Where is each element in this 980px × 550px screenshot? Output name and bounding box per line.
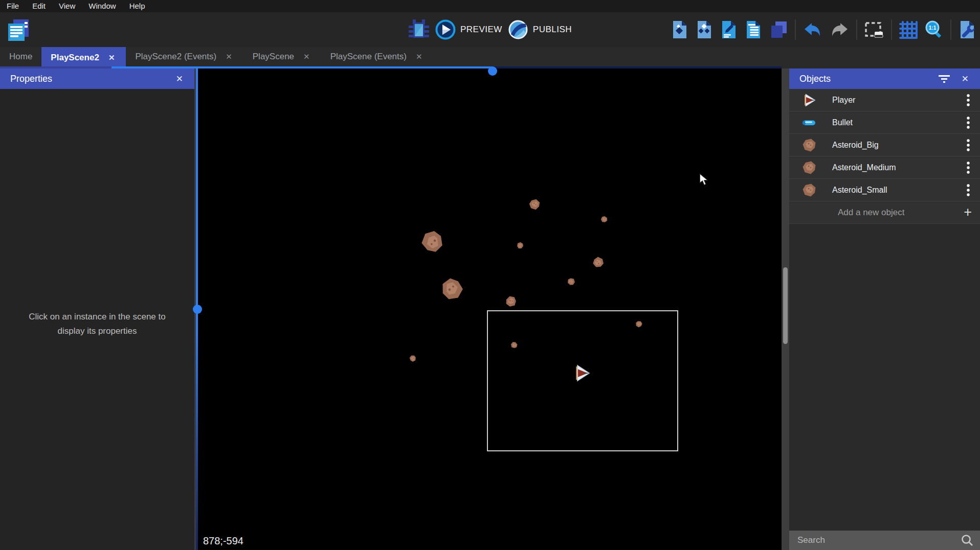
editor-content: Properties ✕ Click on an instance in the… <box>0 68 980 550</box>
toolbar-center-group: PREVIEW PUBLISH <box>408 12 572 47</box>
instances-editor-icon <box>745 20 762 39</box>
preview-label: PREVIEW <box>460 25 502 35</box>
object-search-input[interactable] <box>797 535 961 545</box>
player-ship-instance[interactable] <box>572 363 591 383</box>
menu-edit[interactable]: Edit <box>26 0 52 12</box>
kebab-icon <box>966 184 970 197</box>
object-menu-button[interactable] <box>960 181 977 199</box>
undo-button[interactable] <box>803 21 822 38</box>
object-row-asteroid_medium[interactable]: Asteroid_Medium <box>789 156 980 179</box>
toolbar-right-group: 1:1 <box>671 12 976 47</box>
close-icon[interactable]: ✕ <box>172 72 187 86</box>
plus-icon: + <box>964 204 972 220</box>
tab-playscene2[interactable]: PlayScene2✕ <box>41 47 126 68</box>
close-icon[interactable]: ✕ <box>106 52 117 63</box>
objects-panel-header: Objects ✕ <box>789 68 980 89</box>
close-icon[interactable]: ✕ <box>957 72 973 86</box>
object-row-asteroid_small[interactable]: Asteroid_Small <box>789 179 980 201</box>
debug-button[interactable] <box>408 19 430 40</box>
asteroid-medium-instance[interactable] <box>504 295 518 308</box>
tab-label: PlayScene2 <box>51 53 99 63</box>
object-name: Bullet <box>832 118 960 127</box>
object-row-asteroid_big[interactable]: Asteroid_Big <box>789 134 980 156</box>
grid-icon <box>899 20 918 39</box>
objects-editor-button[interactable] <box>671 20 688 39</box>
filter-icon[interactable] <box>934 73 954 85</box>
horizontal-splitter-handle[interactable] <box>488 66 497 76</box>
play-icon <box>435 19 456 40</box>
splitter-strip-active[interactable] <box>112 66 493 68</box>
publish-button[interactable]: PUBLISH <box>507 19 572 40</box>
kebab-icon <box>966 116 970 129</box>
splitter-strip-right <box>493 66 782 68</box>
properties-editor-icon <box>720 20 738 39</box>
setup-grid-icon <box>959 20 976 39</box>
object-menu-button[interactable] <box>960 114 977 131</box>
scrollbar-thumb[interactable] <box>783 267 788 344</box>
redo-icon <box>830 21 849 38</box>
properties-editor-button[interactable] <box>720 20 738 39</box>
asteroid-medium-instance[interactable] <box>528 198 541 211</box>
tab-playscene[interactable]: PlayScene✕ <box>243 47 321 66</box>
object-name: Asteroid_Big <box>832 141 960 150</box>
object-name: Asteroid_Medium <box>832 163 960 172</box>
bullet-icon <box>800 114 818 131</box>
object-menu-button[interactable] <box>960 159 977 176</box>
asteroid-small-instance[interactable] <box>409 354 417 362</box>
objects-panel-filler <box>789 224 980 531</box>
asteroid-big-instance[interactable] <box>419 228 446 255</box>
asteroid-small-instance[interactable] <box>600 215 608 223</box>
tab-label: PlayScene <box>253 52 294 62</box>
kebab-icon <box>966 161 970 174</box>
objects-editor-icon <box>671 20 688 39</box>
asteroid-big-instance[interactable] <box>439 276 465 303</box>
menu-help[interactable]: Help <box>123 0 152 12</box>
toolbar-separator <box>856 19 857 40</box>
gdevelop-editor-window: FileEditViewWindowHelp PREVIEW PUBLISH 1… <box>0 0 980 550</box>
asteroid-icon <box>800 159 818 176</box>
asteroid-medium-instance[interactable] <box>592 256 605 269</box>
add-object-button[interactable]: Add a new object + <box>789 201 980 224</box>
menu-file[interactable]: File <box>3 0 26 12</box>
setup-grid-button[interactable] <box>959 20 976 39</box>
player-ship-icon <box>800 91 818 109</box>
scene-canvas[interactable]: 878;-594 <box>198 68 782 550</box>
project-manager-button[interactable] <box>7 18 30 42</box>
object-row-player[interactable]: Player <box>789 89 980 111</box>
object-menu-button[interactable] <box>960 91 977 109</box>
publish-label: PUBLISH <box>533 25 572 35</box>
layers-editor-button[interactable] <box>769 20 788 39</box>
grid-button[interactable] <box>899 20 918 39</box>
menu-window[interactable]: Window <box>82 0 122 12</box>
properties-panel-title: Properties <box>10 74 172 84</box>
tab-label: Home <box>9 52 32 62</box>
preview-button[interactable]: PREVIEW <box>435 19 502 40</box>
close-icon[interactable]: ✕ <box>414 51 425 62</box>
delete-selection-button[interactable] <box>864 21 884 38</box>
tab-bar: HomePlayScene2✕PlayScene2 (Events)✕PlayS… <box>0 47 980 68</box>
menu-view[interactable]: View <box>52 0 82 12</box>
object-name: Asteroid_Small <box>832 186 960 195</box>
properties-panel: Properties ✕ Click on an instance in the… <box>0 68 194 550</box>
object-name: Player <box>832 96 960 105</box>
zoom-1-1-button[interactable]: 1:1 <box>925 20 943 39</box>
tab-playscene2-events[interactable]: PlayScene2 (Events)✕ <box>126 47 243 66</box>
asteroid-small-instance[interactable] <box>516 241 524 249</box>
vertical-splitter-handle[interactable] <box>193 305 202 314</box>
delete-selection-icon <box>864 21 884 38</box>
tab-home[interactable]: Home <box>0 47 41 66</box>
canvas-vertical-scrollbar[interactable] <box>782 68 789 550</box>
tab-playscene-events[interactable]: PlayScene (Events)✕ <box>321 47 434 66</box>
object-search-bar <box>789 531 980 550</box>
close-icon[interactable]: ✕ <box>301 51 312 62</box>
asteroid-icon <box>800 181 818 199</box>
instances-editor-button[interactable] <box>745 20 762 39</box>
object-row-bullet[interactable]: Bullet <box>789 111 980 134</box>
asteroid-small-instance[interactable] <box>567 277 576 286</box>
object-menu-button[interactable] <box>960 136 977 154</box>
object-groups-button[interactable] <box>696 20 713 39</box>
cursor-coordinates-label: 878;-594 <box>203 535 243 547</box>
properties-panel-header: Properties ✕ <box>0 68 194 89</box>
redo-button[interactable] <box>830 21 849 38</box>
close-icon[interactable]: ✕ <box>224 51 234 62</box>
